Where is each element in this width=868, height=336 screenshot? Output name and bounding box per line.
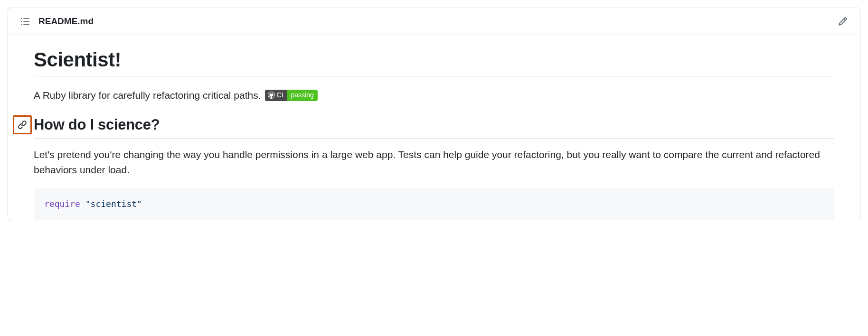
- heading-anchor-link[interactable]: [13, 115, 32, 134]
- badge-value: passing: [287, 90, 318, 101]
- description-text: A Ruby library for carefully refactoring…: [34, 88, 261, 103]
- link-icon: [18, 120, 27, 130]
- readme-filename[interactable]: README.md: [38, 16, 94, 27]
- ci-status-badge[interactable]: CI passing: [265, 90, 318, 101]
- markdown-body: Scientist! A Ruby library for carefully …: [8, 35, 860, 220]
- intro-paragraph: Let's pretend you're changing the way yo…: [34, 147, 834, 178]
- code-block: require "scientist": [34, 188, 834, 220]
- readme-container: README.md Scientist! A Ruby library for …: [8, 8, 860, 220]
- page-title: Scientist!: [34, 48, 834, 76]
- edit-file-button[interactable]: [835, 14, 850, 29]
- code-string: "scientist": [85, 199, 142, 209]
- code-keyword: require: [44, 199, 80, 209]
- pencil-icon: [838, 17, 848, 26]
- readme-header: README.md: [8, 8, 860, 35]
- badge-label: CI: [265, 90, 287, 101]
- description-paragraph: A Ruby library for carefully refactoring…: [34, 88, 834, 103]
- table-of-contents-button[interactable]: [18, 14, 33, 29]
- section-heading: How do I science?: [34, 116, 834, 139]
- list-icon: [20, 17, 30, 26]
- github-icon: [268, 92, 275, 99]
- heading-wrapper: How do I science?: [34, 116, 834, 139]
